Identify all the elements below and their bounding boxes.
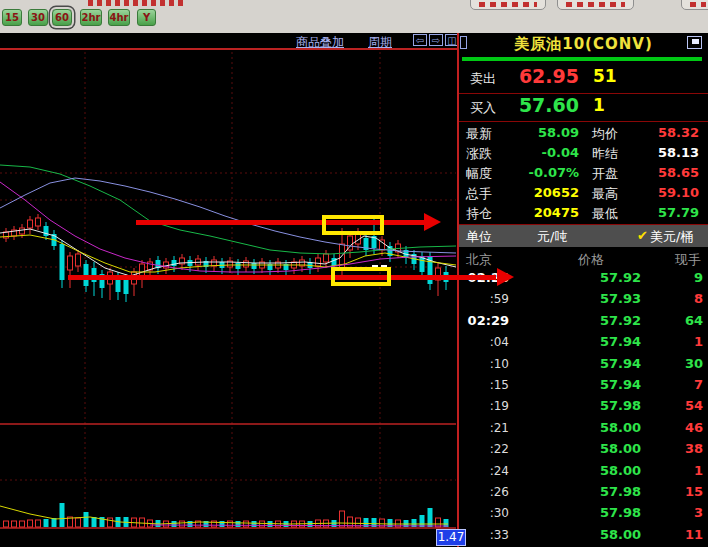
tick-row: :1557.947	[459, 375, 708, 396]
clipped-toolbar-button[interactable]	[681, 0, 708, 10]
bid-ask-ratio-bar	[462, 57, 702, 61]
left-arrow-icon[interactable]: ⇦	[413, 34, 427, 46]
tick-row: :0457.941	[459, 332, 708, 353]
tick-row: :5957.938	[459, 289, 708, 310]
bid-label: 买入	[470, 99, 496, 117]
ask-price: 62.95	[509, 65, 579, 87]
col-lots: 现手	[675, 251, 701, 269]
arrowhead-icon	[424, 213, 441, 231]
contract-title: 美原油10(CONV)	[459, 35, 708, 54]
tick-row: :2258.0038	[459, 439, 708, 460]
arrowhead-icon	[497, 268, 514, 286]
highlight-rectangle-annotation	[331, 267, 391, 286]
period-button-30[interactable]: 30	[28, 9, 48, 26]
unit-option-yuan-ton[interactable]: 元/吨	[537, 228, 567, 246]
tick-list-header: 北京 价格 现手	[459, 248, 708, 268]
indicator-value-label: 1.47	[436, 529, 466, 546]
ask-lots: 51	[593, 66, 617, 86]
clipped-toolbar-text	[88, 0, 184, 6]
period-button-Y[interactable]: Y	[137, 9, 156, 26]
period-button-4hr[interactable]: 4hr	[108, 9, 130, 26]
candlestick-chart[interactable]	[0, 49, 458, 547]
tick-row: :1957.9854	[459, 396, 708, 417]
panel-border	[457, 33, 459, 547]
restore-window-icon[interactable]	[687, 36, 702, 49]
trend-annotation-line	[68, 275, 496, 280]
col-city: 北京	[466, 251, 492, 269]
highlight-rectangle-annotation	[322, 215, 384, 235]
chart-header: 商品叠加 周期 ⇦ ⇨ ◫	[0, 33, 458, 49]
check-icon: ✔	[637, 228, 648, 243]
right-arrow-icon[interactable]: ⇨	[429, 34, 443, 46]
clipped-toolbar-button[interactable]	[557, 0, 634, 10]
ask-label: 卖出	[470, 70, 496, 88]
bid-price: 57.60	[509, 94, 579, 116]
unit-option-usd-barrel[interactable]: 美元/桶	[650, 228, 693, 246]
trading-app-window: 1530602hr4hrY 商品叠加 周期 ⇦ ⇨ ◫ 美原油10(CONV) …	[0, 0, 708, 547]
period-button-15[interactable]: 15	[2, 9, 22, 26]
col-price: 价格	[578, 251, 604, 269]
quote-panel: 美原油10(CONV) 卖出 62.95 51 买入 57.60 1 最新58.…	[459, 33, 708, 547]
period-button-60[interactable]: 60	[52, 9, 72, 26]
toolbar: 1530602hr4hrY	[0, 0, 708, 33]
tick-row: :1057.9430	[459, 354, 708, 375]
divider	[459, 93, 708, 94]
tick-row: :2657.9815	[459, 482, 708, 503]
unit-row: 单位 元/吨 ✔ 美元/桶	[459, 225, 708, 247]
bid-lots: 1	[593, 95, 605, 115]
divider	[459, 121, 708, 122]
clipped-toolbar-button[interactable]	[470, 0, 546, 10]
tick-row: :2458.001	[459, 461, 708, 482]
tick-row: 02:2957.9264	[459, 311, 708, 332]
tick-row: :3057.983	[459, 503, 708, 524]
period-button-2hr[interactable]: 2hr	[80, 9, 102, 26]
tick-row: :2158.0046	[459, 418, 708, 439]
unit-label: 单位	[466, 228, 492, 246]
tick-row: :3358.0011	[459, 525, 708, 546]
